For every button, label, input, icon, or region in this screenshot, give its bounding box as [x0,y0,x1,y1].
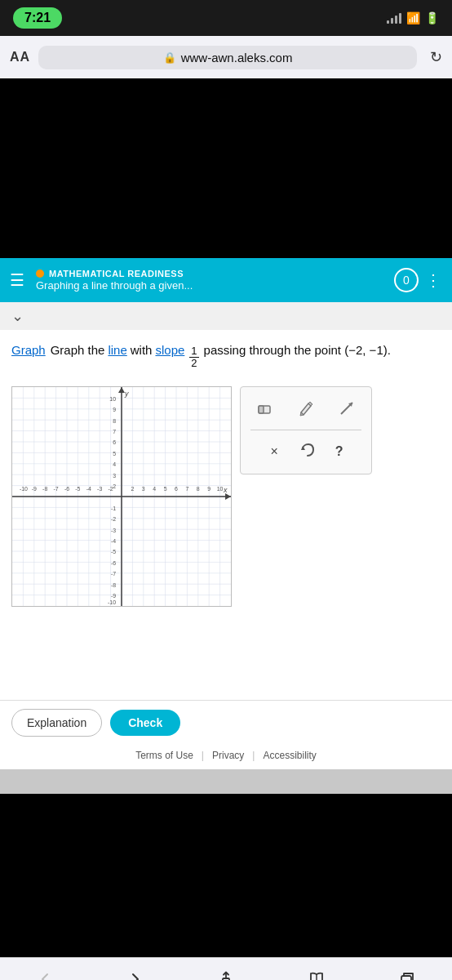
status-bar: 7:21 📶 🔋 [0,0,452,36]
graph-svg[interactable]: -10 -9 -8 -7 -6 -5 -4 -3 -2 2 3 4 5 6 7 … [12,387,231,606]
dark-area-bottom [0,794,452,957]
svg-text:-2: -2 [111,516,116,522]
svg-rect-88 [401,976,411,980]
svg-text:-6: -6 [111,559,116,565]
bottom-action-bar: Explanation Check [0,700,452,745]
gray-area [0,769,452,794]
svg-text:2: 2 [131,486,134,492]
back-button[interactable] [27,963,63,980]
svg-rect-82 [259,406,264,413]
url-text: www-awn.aleks.com [181,51,293,65]
browser-bar: AA 🔒 www-awn.aleks.com ↻ [0,36,452,78]
svg-marker-41 [118,387,125,393]
aleks-topic: Graphing a line through a given... [36,279,386,292]
svg-text:-1: -1 [111,505,116,510]
wifi-icon: 📶 [406,11,420,24]
problem-area: Graph Graph the line with slope 1 2 pass… [0,330,452,380]
svg-text:-9: -9 [32,486,37,492]
svg-text:-7: -7 [54,486,59,492]
white-space [0,618,452,700]
svg-text:-5: -5 [111,549,116,555]
svg-text:-5: -5 [75,486,80,492]
dark-area-top [0,78,452,258]
explanation-button[interactable]: Explanation [11,709,102,737]
svg-text:x: x [223,486,228,494]
svg-text:-4: -4 [86,486,91,492]
chevron-down-icon[interactable]: ⌄ [11,307,24,325]
browser-aa-label[interactable]: AA [10,50,30,65]
svg-text:6: 6 [175,486,178,492]
header-right: 0 ⋮ [394,268,442,292]
hamburger-icon[interactable]: ☰ [10,270,24,290]
svg-text:7: 7 [185,486,188,492]
svg-text:8: 8 [197,486,200,492]
svg-text:5: 5 [164,486,167,492]
svg-text:10: 10 [109,395,116,401]
lock-icon: 🔒 [163,51,176,64]
orange-dot [36,270,44,278]
terms-link[interactable]: Terms of Use [135,750,193,761]
svg-text:-4: -4 [111,538,116,544]
slope-fraction: 1 2 [189,345,198,370]
signal-icon [387,12,401,24]
svg-text:-10: -10 [20,486,28,492]
chevron-bar[interactable]: ⌄ [0,302,452,330]
line-word: line [108,341,126,360]
svg-text:-10: -10 [108,599,116,605]
svg-marker-40 [225,493,231,500]
eraser-tool-button[interactable] [250,395,280,421]
problem-rest: passing through the point (−2, −1). [204,341,391,360]
the-word: Graph the [51,341,105,360]
tool-divider [250,430,361,430]
svg-text:3: 3 [113,472,116,478]
check-button[interactable]: Check [110,710,180,736]
svg-text:y: y [124,390,129,398]
svg-text:5: 5 [113,450,116,456]
svg-text:4: 4 [113,461,116,467]
svg-text:2: 2 [113,483,116,489]
share-button[interactable] [208,963,244,980]
slope-word: slope [155,341,184,360]
tools-row-2: × ? [250,439,361,466]
aleks-header: ☰ MATHEMATICAL READINESS Graphing a line… [0,258,452,302]
svg-text:8: 8 [113,417,116,423]
svg-text:-3: -3 [97,486,102,492]
svg-text:7: 7 [113,429,116,434]
undo-button[interactable] [296,439,319,466]
svg-text:-7: -7 [111,571,116,577]
main-content: ☰ MATHEMATICAL READINESS Graphing a line… [0,258,452,769]
book-button[interactable] [299,963,335,980]
forward-button[interactable] [117,963,153,980]
svg-text:9: 9 [113,407,116,412]
footer-links: Terms of Use | Privacy | Accessibility [0,745,452,769]
svg-text:4: 4 [153,486,156,492]
circle-zero[interactable]: 0 [394,268,419,292]
graph-tools-area: -10 -9 -8 -7 -6 -5 -4 -3 -2 2 3 4 5 6 7 … [0,380,452,618]
dots-menu[interactable]: ⋮ [425,270,442,290]
svg-text:9: 9 [207,486,210,492]
status-time: 7:21 [13,7,62,29]
svg-text:6: 6 [113,439,116,445]
help-button[interactable]: ? [330,441,348,462]
refresh-icon[interactable]: ↻ [430,48,442,66]
url-bar[interactable]: 🔒 www-awn.aleks.com [38,46,417,69]
privacy-link[interactable]: Privacy [212,750,244,761]
clear-button[interactable]: × [264,441,284,462]
line-tool-button[interactable] [332,395,361,421]
with-word: with [131,341,153,360]
svg-text:-8: -8 [42,486,47,492]
svg-text:3: 3 [142,486,145,492]
pencil-tool-button[interactable] [291,395,321,421]
accessibility-link[interactable]: Accessibility [263,750,316,761]
problem-text: Graph Graph the line with slope 1 2 pass… [11,341,441,370]
graph-word: Graph [11,341,46,360]
svg-text:-9: -9 [111,593,116,599]
aleks-header-text: MATHEMATICAL READINESS Graphing a line t… [36,269,386,292]
tabs-button[interactable] [389,963,425,980]
battery-icon: 🔋 [425,11,439,24]
svg-text:-3: -3 [111,527,116,532]
graph-container[interactable]: -10 -9 -8 -7 -6 -5 -4 -3 -2 2 3 4 5 6 7 … [11,386,232,607]
bottom-toolbar [0,957,452,980]
svg-text:-6: -6 [64,486,69,492]
status-icons: 📶 🔋 [387,11,439,24]
